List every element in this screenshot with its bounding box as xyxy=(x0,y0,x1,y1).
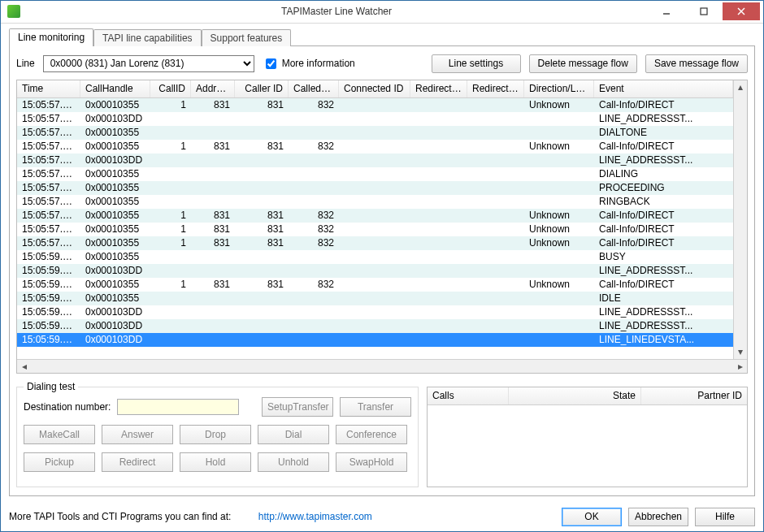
minimize-button[interactable] xyxy=(648,2,685,20)
app-window: TAPIMaster Line Watcher Line monitoring … xyxy=(0,0,764,532)
tab-support-features[interactable]: Support features xyxy=(202,29,292,46)
column-header[interactable]: Connected ID xyxy=(339,80,410,97)
table-row[interactable]: 15:05:57.5960x000103551831831832UnknownC… xyxy=(17,223,733,236)
tab-tapi-line-capabilities[interactable]: TAPI line capabilities xyxy=(93,29,202,46)
pickup-button[interactable]: Pickup xyxy=(24,452,95,472)
calls-col-partner[interactable]: Partner ID xyxy=(641,387,747,404)
delete-message-flow-button[interactable]: Delete message flow xyxy=(529,54,637,73)
table-row[interactable]: 15:05:57.5810x000103DDLINE_ADDRESSST... xyxy=(17,112,733,126)
titlebar: TAPIMaster Line Watcher xyxy=(1,1,763,24)
conference-button[interactable]: Conference xyxy=(336,425,407,444)
scroll-left-icon[interactable]: ◂ xyxy=(17,360,31,372)
table-row[interactable]: 15:05:57.5960x00010355DIALING xyxy=(17,167,733,181)
answer-button[interactable]: Answer xyxy=(102,425,173,444)
destination-number-input[interactable] xyxy=(117,399,239,415)
column-header[interactable]: Redirectio... xyxy=(410,80,467,97)
ok-button[interactable]: OK xyxy=(562,508,622,526)
column-header[interactable]: Event xyxy=(594,80,733,97)
scroll-right-icon[interactable]: ▸ xyxy=(733,360,747,372)
dialing-test-legend: Dialing test xyxy=(24,381,78,392)
svg-rect-1 xyxy=(701,8,707,15)
table-row[interactable]: 15:05:57.5810x000103551831831832UnknownC… xyxy=(17,98,733,112)
calls-col-state[interactable]: State xyxy=(509,387,641,404)
makecall-button[interactable]: MakeCall xyxy=(24,425,95,444)
table-body[interactable]: 15:05:57.5810x000103551831831832UnknownC… xyxy=(17,98,733,359)
swaphold-button[interactable]: SwapHold xyxy=(336,452,407,472)
redirect-button[interactable]: Redirect xyxy=(102,452,173,472)
window-title: TAPIMaster Line Watcher xyxy=(25,6,648,17)
horizontal-scrollbar[interactable]: ◂ ▸ xyxy=(17,359,747,373)
table-row[interactable]: 15:05:59.2370x000103DDLINE_ADDRESSST... xyxy=(17,305,733,319)
column-header[interactable]: CallID xyxy=(150,80,191,97)
column-header[interactable]: Called ID xyxy=(289,80,339,97)
column-header[interactable]: Redirectin... xyxy=(467,80,524,97)
table-row[interactable]: 15:05:59.2210x00010355BUSY xyxy=(17,250,733,264)
table-row[interactable]: 15:05:57.5960x000103551831831832UnknownC… xyxy=(17,140,733,154)
save-message-flow-button[interactable]: Save message flow xyxy=(645,54,748,73)
destination-number-label: Destination number: xyxy=(24,401,111,413)
message-table: TimeCallHandleCallIDAddressCaller IDCall… xyxy=(16,80,748,374)
table-header: TimeCallHandleCallIDAddressCaller IDCall… xyxy=(17,80,733,98)
line-settings-button[interactable]: Line settings xyxy=(432,54,521,73)
line-select[interactable]: 0x0000 (831) Jan Lorenz (831) xyxy=(43,55,254,72)
hold-button[interactable]: Hold xyxy=(180,452,251,472)
column-header[interactable]: Caller ID xyxy=(235,80,289,97)
scroll-up-icon[interactable]: ▴ xyxy=(735,80,747,94)
table-row[interactable]: 15:05:59.2210x000103551831831832UnknownC… xyxy=(17,278,733,292)
table-row[interactable]: 15:05:57.5960x00010355PROCEEDING xyxy=(17,181,733,195)
setup-transfer-button[interactable]: SetupTransfer xyxy=(262,397,333,417)
drop-button[interactable]: Drop xyxy=(180,425,251,444)
calls-table: Calls State Partner ID xyxy=(427,387,748,487)
line-label: Line xyxy=(16,58,35,69)
app-icon xyxy=(7,5,20,18)
more-information-input[interactable] xyxy=(266,58,276,69)
scroll-down-icon[interactable]: ▾ xyxy=(735,345,747,359)
close-button[interactable] xyxy=(723,2,760,20)
maximize-button[interactable] xyxy=(685,2,723,20)
table-row[interactable]: 15:05:57.5810x00010355DIALTONE xyxy=(17,126,733,140)
line-bar: Line 0x0000 (831) Jan Lorenz (831) More … xyxy=(16,54,748,73)
footer-link[interactable]: http://www.tapimaster.com xyxy=(258,511,372,522)
column-header[interactable]: Address xyxy=(191,80,235,97)
more-information-label: More information xyxy=(282,58,355,69)
footer: More TAPI Tools and CTI Programs you can… xyxy=(1,503,763,531)
column-header[interactable]: CallHandle xyxy=(80,80,150,97)
vertical-scrollbar[interactable]: ▴ ▾ xyxy=(733,80,747,359)
column-header[interactable]: Time xyxy=(17,80,80,97)
tab-pane: Line 0x0000 (831) Jan Lorenz (831) More … xyxy=(9,46,755,496)
table-row[interactable]: 15:05:59.2370x00010355IDLE xyxy=(17,292,733,305)
calls-body[interactable] xyxy=(428,405,747,487)
tab-line-monitoring[interactable]: Line monitoring xyxy=(9,28,93,46)
table-row[interactable]: 15:05:59.2680x000103DDLINE_ADDRESSST... xyxy=(17,319,733,333)
table-row[interactable]: 15:05:59.3310x000103DDLINE_LINEDEVSTA... xyxy=(17,333,733,347)
table-row[interactable]: 15:05:57.5960x000103551831831832UnknownC… xyxy=(17,236,733,250)
more-information-checkbox[interactable]: More information xyxy=(263,56,355,71)
help-button[interactable]: Hilfe xyxy=(695,508,755,526)
table-row[interactable]: 15:05:57.5960x000103DDLINE_ADDRESSST... xyxy=(17,154,733,167)
cancel-button[interactable]: Abbrechen xyxy=(628,508,688,526)
footer-text: More TAPI Tools and CTI Programs you can… xyxy=(9,511,231,522)
calls-col-calls[interactable]: Calls xyxy=(428,387,509,404)
dialing-test-group: Dialing test Destination number: SetupTr… xyxy=(16,387,419,487)
tab-bar: Line monitoring TAPI line capabilities S… xyxy=(9,28,755,46)
transfer-button[interactable]: Transfer xyxy=(340,397,411,417)
table-row[interactable]: 15:05:59.2210x000103DDLINE_ADDRESSST... xyxy=(17,264,733,278)
table-row[interactable]: 15:05:57.5960x000103551831831832UnknownC… xyxy=(17,209,733,223)
dial-button[interactable]: Dial xyxy=(258,425,329,444)
column-header[interactable]: Direction/Lo... xyxy=(524,80,594,97)
unhold-button[interactable]: Unhold xyxy=(258,452,329,472)
table-row[interactable]: 15:05:57.5960x00010355RINGBACK xyxy=(17,195,733,209)
